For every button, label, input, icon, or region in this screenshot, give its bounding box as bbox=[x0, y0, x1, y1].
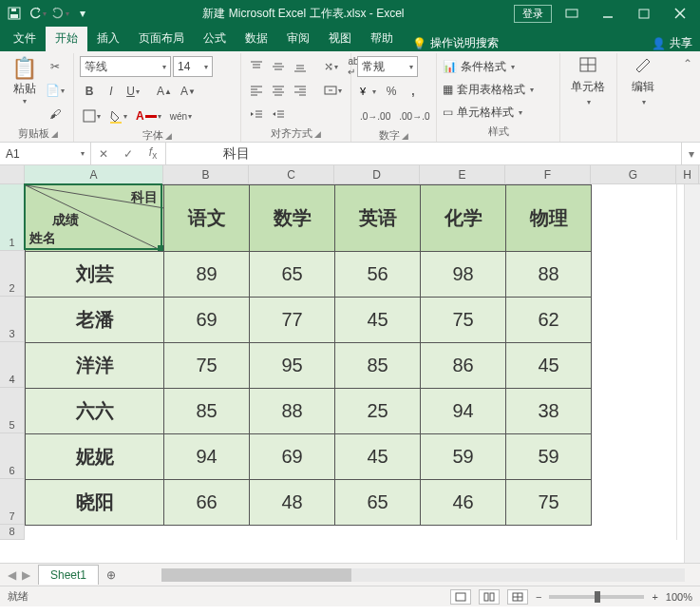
col-header-C[interactable]: C bbox=[249, 165, 334, 183]
cell-A7[interactable]: 晓阳 bbox=[26, 480, 164, 526]
cell-A2[interactable]: 刘芸 bbox=[26, 252, 164, 298]
cut-icon[interactable]: ✂ bbox=[43, 56, 67, 77]
format-as-table-button[interactable]: ▦套用表格格式▾ bbox=[443, 79, 534, 100]
percent-button[interactable]: % bbox=[382, 81, 401, 102]
qat-customize-icon[interactable]: ▾ bbox=[72, 3, 93, 24]
font-size-select[interactable]: 14▾ bbox=[173, 56, 213, 77]
tab-home[interactable]: 开始 bbox=[46, 27, 87, 51]
tab-formulas[interactable]: 公式 bbox=[194, 27, 236, 51]
enter-formula-icon[interactable]: ✓ bbox=[116, 147, 141, 161]
number-format-select[interactable]: 常规▾ bbox=[357, 56, 418, 77]
zoom-level[interactable]: 100% bbox=[666, 591, 692, 603]
cell-E7[interactable]: 46 bbox=[421, 480, 506, 526]
decrease-indent-button[interactable] bbox=[247, 104, 266, 125]
row-header-4[interactable]: 4 bbox=[0, 342, 25, 388]
cell-F5[interactable]: 38 bbox=[506, 389, 592, 434]
tab-view[interactable]: 视图 bbox=[319, 27, 361, 51]
tab-insert[interactable]: 插入 bbox=[87, 27, 129, 51]
cell-A6[interactable]: 妮妮 bbox=[26, 434, 164, 480]
formula-bar[interactable]: 科目 bbox=[166, 143, 681, 164]
cell-F2[interactable]: 88 bbox=[506, 252, 592, 298]
row-header-6[interactable]: 6 bbox=[0, 433, 25, 479]
phonetic-button[interactable]: wén▾ bbox=[167, 106, 195, 126]
tab-data[interactable]: 数据 bbox=[236, 27, 277, 51]
align-left-button[interactable] bbox=[247, 80, 266, 101]
cell-E3[interactable]: 75 bbox=[421, 298, 506, 343]
tab-scroll-right-icon[interactable]: ▶ bbox=[22, 568, 30, 582]
cancel-formula-icon[interactable]: ✕ bbox=[91, 147, 116, 161]
cell-B2[interactable]: 89 bbox=[164, 252, 250, 298]
row-header-3[interactable]: 3 bbox=[0, 297, 25, 342]
cell-D3[interactable]: 45 bbox=[335, 298, 421, 343]
zoom-out-button[interactable]: − bbox=[536, 591, 541, 603]
cell-D2[interactable]: 56 bbox=[335, 252, 421, 298]
cell-C2[interactable]: 65 bbox=[250, 252, 335, 298]
cell-D1[interactable]: 英语 bbox=[335, 185, 421, 252]
align-top-button[interactable] bbox=[247, 56, 266, 77]
orientation-button[interactable]: ⤭▾ bbox=[321, 56, 341, 77]
cell-D4[interactable]: 85 bbox=[335, 343, 421, 389]
tab-help[interactable]: 帮助 bbox=[361, 27, 403, 51]
font-launcher-icon[interactable]: ◢ bbox=[165, 131, 172, 141]
cell-E2[interactable]: 98 bbox=[421, 252, 506, 298]
decrease-font-button[interactable]: A▼ bbox=[178, 81, 199, 102]
cell-A1[interactable]: 科目成绩姓名 bbox=[26, 185, 164, 252]
close-icon[interactable] bbox=[664, 1, 696, 26]
cell-C6[interactable]: 69 bbox=[250, 434, 335, 480]
cell-B6[interactable]: 94 bbox=[164, 434, 250, 480]
page-layout-view-icon[interactable] bbox=[479, 589, 500, 605]
cell-B7[interactable]: 66 bbox=[164, 480, 250, 526]
expand-formula-bar-icon[interactable]: ▾ bbox=[681, 143, 700, 164]
paste-button[interactable]: 📋 粘贴 ▾ bbox=[8, 56, 41, 106]
cell-C1[interactable]: 数学 bbox=[250, 185, 335, 252]
cell-C3[interactable]: 77 bbox=[250, 298, 335, 343]
undo-icon[interactable]: ▾ bbox=[27, 3, 47, 24]
col-header-G[interactable]: G bbox=[591, 165, 676, 183]
italic-button[interactable]: I bbox=[102, 81, 121, 102]
cell-C5[interactable]: 88 bbox=[250, 389, 335, 434]
row-header-8[interactable]: 8 bbox=[0, 525, 25, 540]
cell-D7[interactable]: 65 bbox=[335, 480, 421, 526]
cell-E4[interactable]: 86 bbox=[421, 343, 506, 389]
cell-A3[interactable]: 老潘 bbox=[26, 298, 164, 343]
cell-A4[interactable]: 洋洋 bbox=[26, 343, 164, 389]
tab-layout[interactable]: 页面布局 bbox=[129, 27, 194, 51]
font-color-button[interactable]: A▾ bbox=[133, 106, 164, 126]
cell-D5[interactable]: 25 bbox=[335, 389, 421, 434]
cell-B5[interactable]: 85 bbox=[164, 389, 250, 434]
increase-font-button[interactable]: A▲ bbox=[154, 81, 175, 102]
tab-review[interactable]: 审阅 bbox=[277, 27, 319, 51]
copy-icon[interactable]: 📄▾ bbox=[43, 80, 67, 101]
col-header-F[interactable]: F bbox=[505, 165, 591, 183]
select-all-button[interactable] bbox=[0, 165, 25, 183]
editing-button[interactable]: 编辑▾ bbox=[623, 56, 663, 106]
col-header-D[interactable]: D bbox=[334, 165, 420, 183]
cell-C4[interactable]: 95 bbox=[250, 343, 335, 389]
tab-scroll-left-icon[interactable]: ◀ bbox=[8, 568, 16, 582]
cell-C7[interactable]: 48 bbox=[250, 480, 335, 526]
bold-button[interactable]: B bbox=[80, 81, 99, 102]
cell-B1[interactable]: 语文 bbox=[164, 185, 250, 252]
vertical-scrollbar[interactable] bbox=[684, 184, 700, 563]
align-right-button[interactable] bbox=[291, 80, 310, 101]
cells-button[interactable]: 单元格▾ bbox=[566, 56, 610, 106]
fx-icon[interactable]: fx bbox=[141, 145, 165, 161]
redo-icon[interactable]: ▾ bbox=[49, 3, 70, 24]
align-launcher-icon[interactable]: ◢ bbox=[314, 129, 321, 139]
col-header-E[interactable]: E bbox=[420, 165, 505, 183]
underline-button[interactable]: U▾ bbox=[123, 81, 142, 102]
zoom-slider[interactable] bbox=[549, 595, 644, 599]
cell-A5[interactable]: 六六 bbox=[26, 389, 164, 434]
increase-indent-button[interactable] bbox=[269, 104, 288, 125]
cell-styles-button[interactable]: ▭单元格样式▾ bbox=[443, 102, 534, 123]
col-header-A[interactable]: A bbox=[25, 165, 163, 183]
cell-E6[interactable]: 59 bbox=[421, 434, 506, 480]
save-icon[interactable] bbox=[4, 3, 25, 24]
horizontal-scrollbar[interactable] bbox=[161, 568, 685, 582]
collapse-ribbon-icon[interactable]: ⌃ bbox=[677, 53, 698, 142]
row-header-5[interactable]: 5 bbox=[0, 388, 25, 433]
cell-F4[interactable]: 45 bbox=[506, 343, 592, 389]
merge-button[interactable]: ▾ bbox=[321, 80, 345, 101]
fill-color-button[interactable]: ▾ bbox=[106, 106, 130, 126]
accounting-format-button[interactable]: ¥▾ bbox=[357, 81, 379, 102]
